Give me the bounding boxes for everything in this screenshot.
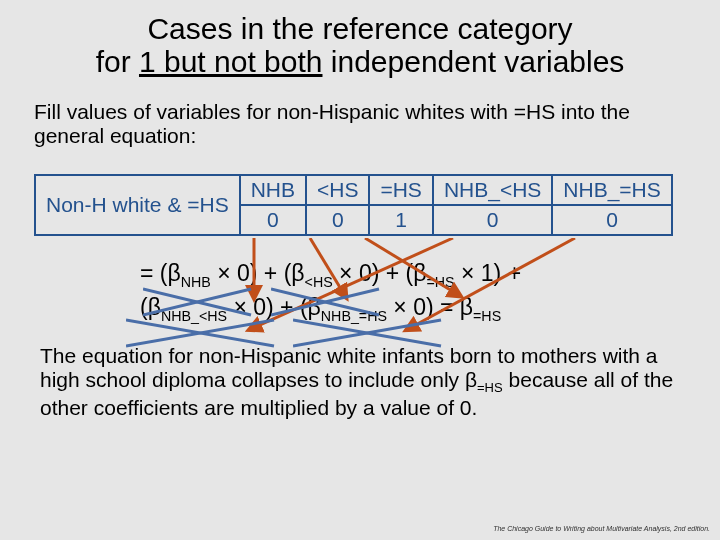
cell-value: 0 xyxy=(552,205,671,235)
explanation-text: The equation for non-Hispanic white infa… xyxy=(0,326,720,420)
values-table: Non-H white & =HS NHB <HS =HS NHB_<HS NH… xyxy=(34,174,673,236)
intro-text: Fill values of variables for non-Hispani… xyxy=(0,86,720,158)
equation: = (βNHB × 0) + (β<HS × 0) + (β=HS × 1) +… xyxy=(0,236,720,326)
row-label: Non-H white & =HS xyxy=(35,175,240,235)
equation-line2: (βNHB_<HS × 0) + (βNHB_=HS × 0) = β=HS xyxy=(140,294,501,320)
equation-line1: = (βNHB × 0) + (β<HS × 0) + (β=HS × 1) + xyxy=(140,260,521,286)
cell-value: 0 xyxy=(433,205,552,235)
slide-title: Cases in the reference category for 1 bu… xyxy=(0,0,720,86)
title-line1: Cases in the reference category xyxy=(147,12,572,45)
col-header: <HS xyxy=(306,175,369,205)
cell-value: 1 xyxy=(369,205,432,235)
col-header: =HS xyxy=(369,175,432,205)
title-line2b: independent variables xyxy=(322,45,624,78)
title-line2a: for xyxy=(96,45,139,78)
col-header: NHB_=HS xyxy=(552,175,671,205)
footnote-citation: The Chicago Guide to Writing about Multi… xyxy=(493,525,710,532)
col-header: NHB xyxy=(240,175,306,205)
col-header: NHB_<HS xyxy=(433,175,552,205)
cell-value: 0 xyxy=(306,205,369,235)
title-line2-underline: 1 but not both xyxy=(139,45,323,78)
cell-value: 0 xyxy=(240,205,306,235)
table-header-row: Non-H white & =HS NHB <HS =HS NHB_<HS NH… xyxy=(35,175,672,205)
